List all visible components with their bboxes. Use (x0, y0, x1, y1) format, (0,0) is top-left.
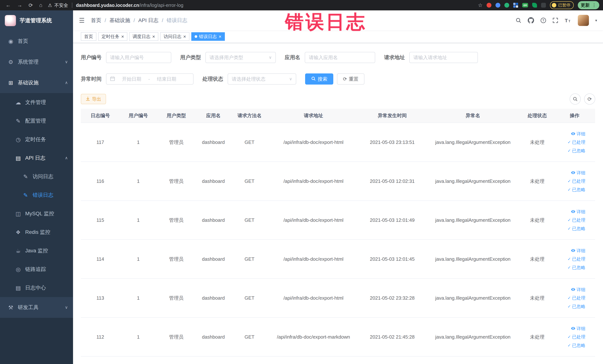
search-icon[interactable] (515, 17, 522, 23)
user-id-input[interactable] (110, 55, 167, 60)
hide-search-button[interactable] (570, 94, 581, 105)
process-status-select[interactable]: ∨ (228, 73, 296, 84)
detail-link[interactable]: 详细 (554, 324, 585, 333)
browser-update-button[interactable]: 更新 ⋮ (578, 1, 599, 9)
sidebar-item-home[interactable]: ◉ 首页 (0, 31, 73, 52)
site-security-chip[interactable]: ⚠ 不安全 (48, 2, 68, 8)
sidebar-item-dev-tools[interactable]: ⚒ 研发工具 ∨ (0, 297, 73, 318)
github-icon[interactable] (528, 17, 534, 23)
ignored-link[interactable]: ✓已忽略 (554, 302, 585, 311)
sidebar: 芋道管理系统 ◉ 首页 ⚙ 系统管理 ∨ ⊞ 基础设施 ∧ ☁ 文件管理 ✎ 配… (0, 10, 73, 364)
extension-teal-icon[interactable] (504, 3, 509, 8)
processed-label: 已处理 (572, 177, 585, 186)
address-bar[interactable]: dashboard.yudao.iocoder.cn/infra/log/api… (76, 3, 183, 8)
breadcrumb-item[interactable]: 首页 (91, 17, 101, 24)
date-range-separator: - (148, 76, 150, 82)
start-date-input[interactable] (117, 76, 146, 82)
extension-blue-icon[interactable] (496, 3, 500, 8)
end-date-input[interactable] (152, 76, 181, 82)
cloud-icon: ☁ (15, 99, 22, 106)
sidebar-item-mysql-monitor[interactable]: ◫ MySQL 监控 (0, 204, 73, 223)
clock-icon: ◷ (15, 136, 22, 143)
tab-error-log[interactable]: 错误日志 × (191, 32, 225, 41)
processed-link[interactable]: ✓已处理 (554, 138, 585, 146)
avatar-caret-icon[interactable]: ▾ (595, 18, 597, 23)
detail-link[interactable]: 详细 (554, 130, 585, 138)
extension-grid-icon[interactable] (513, 3, 518, 8)
ignored-link[interactable]: ✓已忽略 (554, 146, 585, 155)
sidebar-item-label: Redis 监控 (25, 229, 68, 236)
ignored-link[interactable]: ✓已忽略 (554, 186, 585, 194)
search-button[interactable]: 搜索 (305, 73, 333, 84)
help-icon[interactable]: ? (540, 17, 546, 23)
reset-button[interactable]: ⟳ 重置 (337, 73, 364, 84)
browser-reload-icon[interactable]: ⟳ (29, 2, 33, 8)
tab-scheduled-tasks[interactable]: 定时任务 × (98, 32, 127, 41)
processed-link[interactable]: ✓已处理 (554, 216, 585, 224)
table-row: 115 1 管理员 dashboard GET /api/infra/db-do… (81, 201, 595, 240)
ignored-link[interactable]: ✓已忽略 (554, 224, 585, 233)
paused-badge[interactable]: 已暂停 (550, 1, 574, 9)
request-url-input[interactable] (413, 55, 474, 60)
sidebar-item-system-management[interactable]: ⚙ 系统管理 ∨ (0, 52, 73, 72)
browser-home-icon[interactable]: ⌂ (39, 2, 42, 8)
sidebar-item-log-center[interactable]: ▤ 日志中心 (0, 279, 73, 297)
app-logo[interactable]: 芋道管理系统 (0, 10, 73, 31)
user-avatar[interactable] (578, 15, 589, 26)
extension-red-icon[interactable] (487, 3, 491, 8)
sidebar-item-scheduled-tasks[interactable]: ◷ 定时任务 (0, 130, 73, 149)
date-range-picker[interactable]: - (106, 73, 194, 84)
cell-exception: java.lang.IllegalArgumentException (426, 162, 520, 201)
user-type-input[interactable] (209, 55, 267, 60)
font-size-icon[interactable]: TT (564, 18, 571, 23)
sidebar-item-file-management[interactable]: ☁ 文件管理 (0, 93, 73, 112)
collapse-sidebar-icon[interactable]: ☰ (79, 17, 84, 24)
close-icon[interactable]: × (121, 34, 124, 39)
browser-forward-icon[interactable]: → (17, 2, 22, 8)
process-status-input[interactable] (232, 76, 287, 82)
edit-icon: ✎ (22, 173, 29, 180)
tab-access-log[interactable]: 访问日志 × (160, 32, 189, 41)
ignored-label: 已忽略 (572, 341, 585, 350)
sidebar-item-java-monitor[interactable]: ☕ Java 监控 (0, 241, 73, 260)
extension-leaf-icon[interactable] (532, 3, 537, 8)
close-icon[interactable]: × (152, 34, 155, 39)
sidebar-item-api-logs[interactable]: ▤ API 日志 ∧ (0, 149, 73, 167)
sidebar-item-error-log[interactable]: ✎ 错误日志 (0, 186, 73, 204)
browser-back-icon[interactable]: ← (6, 2, 11, 8)
col-time: 异常发生时间 (359, 109, 426, 123)
detail-link[interactable]: 详细 (554, 285, 585, 294)
sidebar-item-link-tracing[interactable]: ◎ 链路追踪 (0, 260, 73, 279)
detail-link[interactable]: 详细 (554, 208, 585, 216)
sidebar-item-config-management[interactable]: ✎ 配置管理 (0, 112, 73, 130)
export-button[interactable]: 导出 (81, 94, 106, 104)
processed-link[interactable]: ✓已处理 (554, 294, 585, 302)
extension-on-badge[interactable]: on (522, 3, 528, 7)
extensions-pin-icon[interactable] (541, 3, 546, 8)
processed-link[interactable]: ✓已处理 (554, 333, 585, 341)
sidebar-item-access-log[interactable]: ✎ 访问日志 (0, 167, 73, 186)
paused-label: 已暂停 (558, 2, 570, 8)
tab-schedule-log[interactable]: 调度日志 × (129, 32, 158, 41)
app-name-input[interactable] (309, 55, 371, 60)
user-type-select[interactable]: ∨ (205, 52, 276, 63)
breadcrumb-item[interactable]: 基础设施 (109, 17, 130, 24)
refresh-table-button[interactable]: ⟳ (584, 94, 595, 105)
close-icon[interactable]: × (183, 34, 186, 39)
close-icon[interactable]: × (219, 34, 221, 39)
tab-home[interactable]: 首页 (81, 32, 96, 41)
fullscreen-icon[interactable] (553, 18, 558, 23)
sidebar-item-redis-monitor[interactable]: ❖ Redis 监控 (0, 223, 73, 241)
processed-link[interactable]: ✓已处理 (554, 255, 585, 263)
kebab-menu-icon[interactable]: ⋮ (592, 3, 596, 8)
bookmark-star-icon[interactable]: ☆ (478, 2, 483, 8)
ignored-link[interactable]: ✓已忽略 (554, 263, 585, 272)
ignored-link[interactable]: ✓已忽略 (554, 341, 585, 350)
table-row: 116 1 管理员 dashboard GET /api/infra/db-do… (81, 162, 595, 201)
sidebar-item-infrastructure[interactable]: ⊞ 基础设施 ∧ (0, 72, 73, 93)
table-row: 117 1 管理员 dashboard GET /api/infra/db-do… (81, 123, 595, 162)
processed-link[interactable]: ✓已处理 (554, 177, 585, 186)
detail-link[interactable]: 详细 (554, 247, 585, 255)
breadcrumb-item[interactable]: API 日志 (138, 17, 159, 24)
detail-link[interactable]: 详细 (554, 169, 585, 177)
